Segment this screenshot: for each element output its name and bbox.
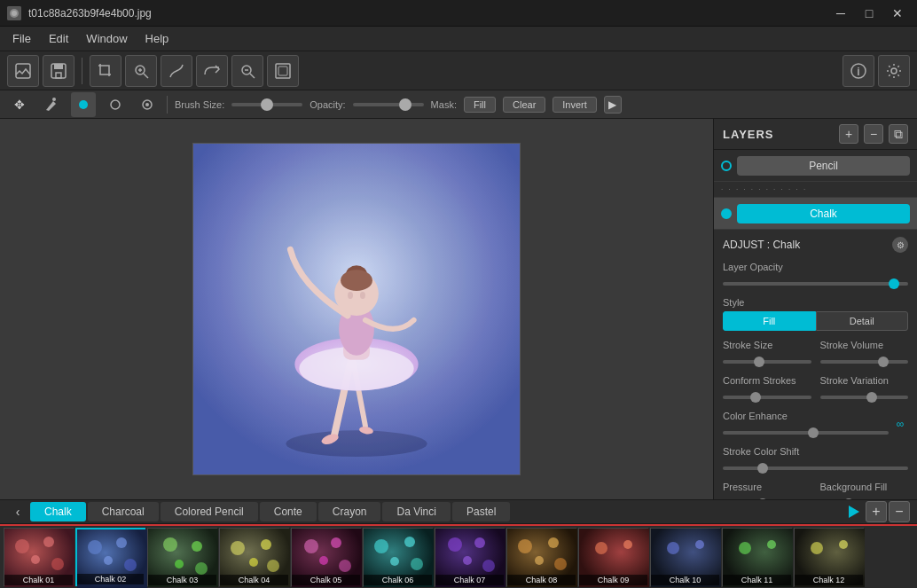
tab-da-vinci[interactable]: Da Vinci <box>382 502 450 521</box>
conform-strokes-slider[interactable] <box>723 396 811 399</box>
layer-chalk-name[interactable]: Chalk <box>737 204 910 223</box>
svg-point-2 <box>12 11 17 16</box>
zoom-out-button[interactable] <box>231 55 263 87</box>
color-enhance-slider[interactable] <box>723 431 889 435</box>
brush-tool[interactable] <box>39 92 64 117</box>
svg-point-91 <box>839 540 848 549</box>
menu-file[interactable]: File <box>4 28 40 49</box>
thumb-chalk-12[interactable]: Chalk 12 <box>794 528 864 586</box>
add-layer-button[interactable]: + <box>839 124 858 144</box>
close-button[interactable]: ✕ <box>885 4 910 22</box>
thumb-chalk-03[interactable]: Chalk 03 <box>147 528 217 586</box>
layer-pencil-dot <box>721 161 732 171</box>
svg-point-77 <box>548 537 559 548</box>
thumbnails-area: Chalk 01 Chalk 02 Chalk 03 Chalk 04 Chal… <box>0 524 917 588</box>
opacity-container <box>353 103 424 106</box>
detail-style-button[interactable]: Detail <box>816 311 909 331</box>
bottom-tabs: ‹ Chalk Charcoal Colored Pencil Conte Cr… <box>0 499 917 524</box>
svg-point-51 <box>163 537 177 552</box>
svg-point-53 <box>175 560 184 568</box>
svg-point-52 <box>192 541 202 552</box>
add-preset-button[interactable]: + <box>866 501 887 522</box>
tab-chalk[interactable]: Chalk <box>30 502 86 521</box>
thumb-chalk-06[interactable]: Chalk 06 <box>363 528 433 586</box>
thumb-01-label: Chalk 01 <box>4 575 73 585</box>
remove-preset-button[interactable]: − <box>889 501 910 522</box>
tab-colored-pencil[interactable]: Colored Pencil <box>161 502 258 521</box>
save-button[interactable] <box>43 55 74 87</box>
zoom-fit-button[interactable] <box>125 55 157 87</box>
stroke-color-shift-slider[interactable] <box>723 466 908 470</box>
thumb-05-label: Chalk 05 <box>292 575 360 585</box>
adjust-panel: ADJUST : Chalk ⚙ Layer Opacity Style Fil… <box>714 230 917 499</box>
minimize-button[interactable]: ─ <box>828 4 853 22</box>
info-button[interactable]: i <box>843 55 874 87</box>
tab-charcoal[interactable]: Charcoal <box>88 502 159 521</box>
remove-layer-button[interactable]: − <box>864 124 883 144</box>
duplicate-layer-button[interactable]: ⧉ <box>889 124 908 144</box>
style-label: Style <box>723 297 908 308</box>
thumb-chalk-05[interactable]: Chalk 05 <box>291 528 361 586</box>
more-options-button[interactable]: ▶ <box>604 96 622 114</box>
thumb-chalk-08[interactable]: Chalk 08 <box>506 528 576 586</box>
svg-point-62 <box>331 537 341 548</box>
play-icon[interactable] <box>849 506 859 518</box>
layer-chalk-item[interactable]: Chalk <box>714 198 917 230</box>
thumb-chalk-09[interactable]: Chalk 09 <box>578 528 648 586</box>
tab-pastel[interactable]: Pastel <box>452 502 510 521</box>
svg-text:i: i <box>857 66 859 78</box>
thumb-chalk-02[interactable]: Chalk 02 <box>75 528 145 586</box>
tab-crayon[interactable]: Crayon <box>318 502 381 521</box>
redo-button[interactable] <box>196 55 228 87</box>
stroke-size-slider[interactable] <box>723 360 811 364</box>
thumb-02-label: Chalk 02 <box>77 574 144 584</box>
thumb-chalk-04[interactable]: Chalk 04 <box>219 528 289 586</box>
svg-point-81 <box>595 542 607 554</box>
menu-window[interactable]: Window <box>77 28 136 49</box>
layer-opacity-slider[interactable] <box>723 282 908 286</box>
prev-tab-button[interactable]: ‹ <box>7 501 28 522</box>
invert-mask-button[interactable]: Invert <box>553 97 597 113</box>
canvas-area[interactable] <box>0 119 713 499</box>
fill-style-button[interactable]: Fill <box>723 311 816 331</box>
fill-mask-button[interactable]: Fill <box>464 97 496 113</box>
curve-button[interactable] <box>161 55 192 87</box>
fill-tool[interactable] <box>135 92 160 117</box>
right-panel: LAYERS + − ⧉ Pencil · · · · · · · · · · … <box>713 119 917 499</box>
eraser-tool[interactable] <box>103 92 128 117</box>
crop-button[interactable] <box>90 55 121 87</box>
opacity-slider[interactable] <box>353 103 424 106</box>
layer-chalk-dot <box>721 208 732 219</box>
thumb-chalk-11[interactable]: Chalk 11 <box>722 528 792 586</box>
stroke-variation-slider[interactable] <box>820 396 909 399</box>
menu-help[interactable]: Help <box>137 28 178 49</box>
main-area: LAYERS + − ⧉ Pencil · · · · · · · · · · … <box>0 119 917 499</box>
svg-point-69 <box>411 558 423 570</box>
pressure-label: Pressure <box>723 482 811 492</box>
svg-point-20 <box>79 100 88 109</box>
layer-pencil-item[interactable]: Pencil <box>714 150 917 182</box>
image-button[interactable] <box>7 55 39 87</box>
maximize-button[interactable]: □ <box>857 4 882 22</box>
window-controls: ─ □ ✕ <box>828 4 910 22</box>
layer-pencil-name[interactable]: Pencil <box>737 156 910 176</box>
menu-edit[interactable]: Edit <box>40 28 77 49</box>
settings-button[interactable] <box>878 55 910 87</box>
clear-mask-button[interactable]: Clear <box>503 97 545 113</box>
stroke-volume-slider[interactable] <box>820 360 909 364</box>
svg-line-8 <box>144 74 148 78</box>
adjust-options-icon[interactable]: ⚙ <box>892 237 908 253</box>
color-enhance-group: Color Enhance <box>723 411 889 437</box>
pencil-tool[interactable] <box>71 92 96 117</box>
svg-point-74 <box>482 560 495 572</box>
move-tool[interactable]: ✥ <box>7 92 32 117</box>
color-enhance-row: Color Enhance ∞ <box>723 411 908 437</box>
thumb-chalk-01[interactable]: Chalk 01 <box>4 528 74 586</box>
thumb-chalk-10[interactable]: Chalk 10 <box>650 528 720 586</box>
brush-size-slider[interactable] <box>231 103 302 106</box>
svg-point-82 <box>623 540 632 549</box>
frame-button[interactable] <box>267 55 299 87</box>
thumb-chalk-07[interactable]: Chalk 07 <box>435 528 505 586</box>
svg-point-42 <box>43 537 54 547</box>
tab-conte[interactable]: Conte <box>260 502 317 521</box>
